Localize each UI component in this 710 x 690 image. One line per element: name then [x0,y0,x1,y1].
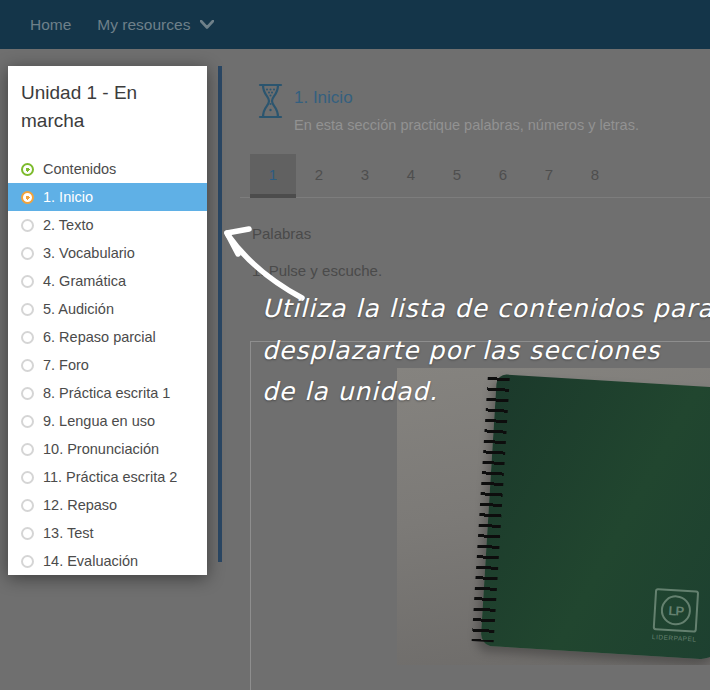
sidebar-item-label: Contenidos [43,161,116,177]
chevron-down-icon [200,20,214,29]
sidebar-item-label: 1. Inicio [43,189,93,205]
empty-circle-icon [21,415,34,428]
sidebar-item-audicion[interactable]: 5. Audición [8,295,207,323]
tour-overlay-screen: Home My resources 1. Inicio En esta secc… [0,0,710,690]
green-dot-icon [21,163,34,176]
sidebar-item-repaso-parcial[interactable]: 6. Repaso parcial [8,323,207,351]
sidebar-item-pronunciacion[interactable]: 10. Pronunciación [8,435,207,463]
empty-circle-icon [21,359,34,372]
logo-initials: LP [660,594,692,626]
page-tab-1[interactable]: 1 [250,154,296,198]
sidebar-item-label: 6. Repaso parcial [43,329,156,345]
sidebar-item-gramatica[interactable]: 4. Gramática [8,267,207,295]
tour-text-line-3: de la unidad. [262,377,438,406]
notebook-brand-logo: LP LIDERPAPEL [649,588,702,643]
page-tab-2[interactable]: 2 [296,154,342,198]
sidebar-item-repaso[interactable]: 12. Repaso [8,491,207,519]
empty-circle-icon [21,331,34,344]
page-tabs: 1 2 3 4 5 6 7 8 [250,154,618,198]
nav-my-resources-label: My resources [97,16,190,34]
empty-circle-icon [21,303,34,316]
sidebar-item-vocabulario[interactable]: 3. Vocabulario [8,239,207,267]
nav-home[interactable]: Home [30,16,71,34]
sidebar-item-label: 10. Pronunciación [43,441,159,457]
top-navbar: Home My resources [0,0,710,49]
sidebar-item-label: 12. Repaso [43,497,117,513]
logo-brand-text: LIDERPAPEL [649,633,699,643]
section-subtitle: En esta sección practique palabras, núme… [294,117,639,133]
notebook-photo[interactable]: LP LIDERPAPEL [397,368,710,665]
sidebar-item-inicio[interactable]: 1. Inicio [8,183,207,211]
sidebar-item-label: 14. Evaluación [43,553,138,569]
sidebar-item-lengua-en-uso[interactable]: 9. Lengua en uso [8,407,207,435]
sidebar-item-label: 5. Audición [43,301,114,317]
empty-circle-icon [21,387,34,400]
empty-circle-icon [21,247,34,260]
empty-circle-icon [21,219,34,232]
section-title[interactable]: 1. Inicio [294,88,353,108]
empty-circle-icon [21,275,34,288]
sidebar-item-foro[interactable]: 7. Foro [8,351,207,379]
page-tab-5[interactable]: 5 [434,154,480,198]
empty-circle-icon [21,555,34,568]
notebook-image: LP LIDERPAPEL [480,374,710,660]
page-tab-8[interactable]: 8 [572,154,618,198]
empty-circle-icon [21,499,34,512]
contents-list: Contenidos 1. Inicio 2. Texto 3. Vocabul… [8,155,207,575]
sidebar-item-label: 3. Vocabulario [43,245,135,261]
sidebar-item-practica-escrita-2[interactable]: 11. Práctica escrita 2 [8,463,207,491]
sidebar-item-texto[interactable]: 2. Texto [8,211,207,239]
orange-dot-icon [21,191,34,204]
spiral-binding [472,375,510,642]
sidebar-item-label: 11. Práctica escrita 2 [43,469,177,485]
unit-contents-panel: Unidad 1 - En marcha Contenidos 1. Inici… [8,66,207,575]
sidebar-item-label: 4. Gramática [43,273,126,289]
empty-circle-icon [21,527,34,540]
unit-title: Unidad 1 - En marcha [8,66,207,135]
nav-home-label: Home [30,16,71,34]
sidebar-item-label: 13. Test [43,525,94,541]
page-tab-6[interactable]: 6 [480,154,526,198]
sidebar-item-contenidos[interactable]: Contenidos [8,155,207,183]
sidebar-item-label: 7. Foro [43,357,89,373]
sidebar-item-label: 2. Texto [43,217,94,233]
tour-text-line-1: Utiliza la lista de contenidos para [262,294,710,323]
page-tab-3[interactable]: 3 [342,154,388,198]
page-tab-4[interactable]: 4 [388,154,434,198]
empty-circle-icon [21,471,34,484]
sidebar-item-practica-escrita-1[interactable]: 8. Práctica escrita 1 [8,379,207,407]
sidebar-item-label: 8. Práctica escrita 1 [43,385,170,401]
sidebar-item-test[interactable]: 13. Test [8,519,207,547]
nav-my-resources[interactable]: My resources [97,16,214,34]
tour-text-line-2: desplazarte por las secciones [262,336,660,365]
sidebar-item-label: 9. Lengua en uso [43,413,155,429]
empty-circle-icon [21,443,34,456]
hourglass-icon [256,83,285,119]
sidebar-item-evaluacion[interactable]: 14. Evaluación [8,547,207,575]
page-tab-7[interactable]: 7 [526,154,572,198]
sidebar-content-divider [218,66,222,562]
